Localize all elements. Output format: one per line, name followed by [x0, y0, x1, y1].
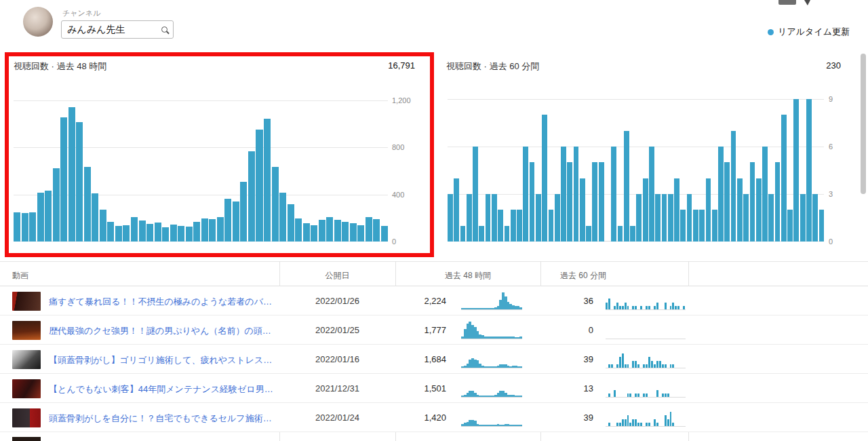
table-row: 歴代最強のクセ強男！！謎の男ぷりやん（名前）の頭蓋骨… 2022/01/25 1… [0, 315, 868, 345]
views-60m: 36 [540, 296, 593, 306]
views-48h: 1,684 [395, 354, 446, 364]
publish-date: 2021/12/31 [279, 383, 395, 394]
table-row: 頭蓋骨剥がしを自分に！？自宅でもできるセルフ施術方法… 2022/01/24 1… [0, 403, 868, 432]
ytick: 800 [392, 143, 404, 151]
search-icon[interactable] [161, 26, 167, 33]
publish-date: 2022/01/24 [279, 413, 395, 423]
video-thumbnail[interactable] [12, 321, 41, 340]
window-chrome-fragment [778, 0, 796, 5]
views-60m: 0 [540, 325, 593, 335]
video-thumbnail[interactable] [12, 350, 41, 369]
sparkline-48h [461, 322, 522, 339]
video-thumbnail[interactable] [12, 437, 41, 441]
video-title-link[interactable]: 歴代最強のクセ強男！！謎の男ぷりやん（名前）の頭蓋骨… [49, 325, 274, 337]
channel-avatar[interactable] [23, 7, 53, 37]
views-48h: 1,777 [395, 325, 446, 335]
table-row: 痛すぎて暴れ回る！！不摂生の極みのような若者のバッキ… 2022/01/26 2… [0, 286, 868, 315]
ytick: 6 [829, 142, 833, 151]
sparkline-48h [461, 409, 522, 427]
ytick: 1,200 [392, 96, 411, 104]
views-60m: 39 [540, 354, 593, 364]
channel-search-box[interactable] [61, 20, 174, 39]
bar-series-48h [14, 100, 388, 242]
realtime-analytics-page: チャンネル リアルタイム更新 視聴回数 · 過去 48 時間 16,791 1,… [0, 0, 868, 441]
video-thumbnail[interactable] [12, 379, 41, 398]
realtime-dot-icon [768, 29, 774, 35]
sparkline-60m [606, 295, 686, 310]
table-row: 【とんでもない刺客】44年間メンテナンス経験ゼロ男が激… 2021/12/31 … [0, 374, 868, 403]
chart-48h-total: 16,791 [285, 60, 415, 71]
table-row: 【頭蓋骨剥がし】ゴリゴリ施術して、疲れやストレスで首… 2022/01/16 1… [0, 345, 868, 374]
publish-date: 2022/01/26 [279, 296, 395, 306]
chart-60m-title: 視聴回数 · 過去 60 分間 [446, 60, 539, 73]
chart-48h-title: 視聴回数 · 過去 48 時間 [14, 60, 106, 73]
realtime-status: リアルタイム更新 [768, 26, 850, 38]
table-header: 動画 公開日 過去 48 時間 過去 60 分間 [0, 261, 868, 286]
sparkline-48h [461, 292, 522, 310]
ytick: 400 [392, 191, 404, 199]
sparkline-60m [606, 353, 686, 368]
sparkline-60m [606, 383, 686, 398]
publish-date: 2022/01/16 [279, 354, 395, 364]
ytick: 3 [829, 190, 833, 198]
sparkline-60m [606, 412, 686, 427]
views-48h: 1,420 [395, 413, 446, 423]
video-title-link[interactable]: 【とんでもない刺客】44年間メンテナンス経験ゼロ男が激… [49, 383, 274, 396]
bar-series-60m [448, 99, 824, 242]
col-past-60m: 過去 60 分間 [542, 270, 624, 282]
video-title-link[interactable]: 痛すぎて暴れ回る！！不摂生の極みのような若者のバッキ… [49, 296, 274, 308]
views-60m: 39 [540, 413, 593, 423]
window-chrome-fragment [804, 0, 810, 5]
video-thumbnail[interactable] [12, 292, 41, 311]
chart-48h-plot [14, 100, 388, 242]
views-48h: 1,501 [395, 383, 446, 394]
col-video: 動画 [12, 270, 28, 282]
video-thumbnail[interactable] [12, 408, 41, 427]
ytick: 9 [829, 95, 833, 103]
video-title-link[interactable]: 頭蓋骨剥がしを自分に！？自宅でもできるセルフ施術方法… [49, 413, 274, 425]
vertical-scrollbar[interactable] [861, 54, 866, 194]
ytick: 0 [392, 237, 396, 246]
views-60m: 13 [540, 383, 593, 394]
views-48h: 2,224 [395, 296, 446, 306]
publish-date: 2022/01/25 [279, 325, 395, 335]
channel-search-input[interactable] [67, 24, 161, 35]
sparkline-60m [606, 324, 686, 339]
col-past-48h: 過去 48 時間 [395, 270, 540, 282]
chart-60m-plot [448, 99, 824, 242]
channel-label: チャンネル [62, 8, 100, 18]
ytick: 0 [829, 237, 833, 246]
realtime-label: リアルタイム更新 [778, 26, 850, 38]
chart-60m-total: 230 [705, 60, 841, 71]
sparkline-48h [461, 380, 522, 398]
col-publish-date: 公開日 [279, 270, 395, 282]
sparkline-48h [461, 351, 522, 368]
video-title-link[interactable]: 【頭蓋骨剥がし】ゴリゴリ施術して、疲れやストレスで首… [49, 354, 274, 366]
